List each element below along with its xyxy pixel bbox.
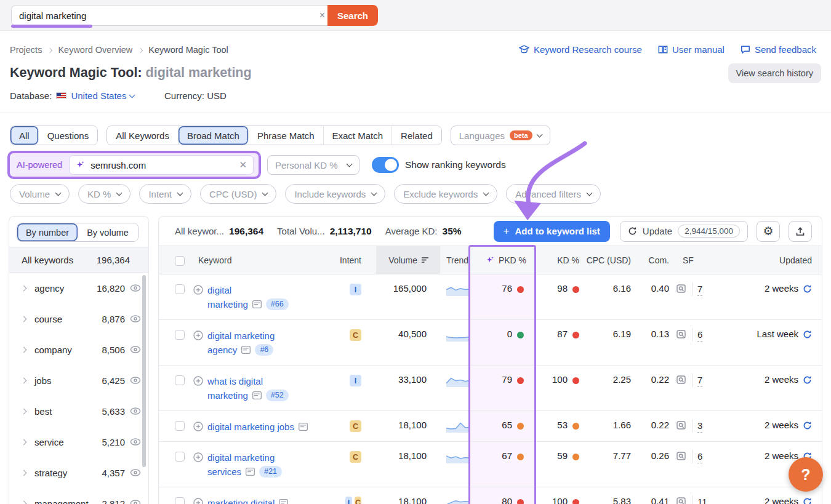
sidebar-group-management[interactable]: management 2,812 <box>9 488 148 504</box>
show-ranking-keywords-toggle[interactable] <box>372 157 399 173</box>
sidebar-group-course[interactable]: course 8,876 <box>9 303 148 334</box>
add-keyword-icon[interactable] <box>193 285 203 295</box>
tab-all[interactable]: All <box>10 126 39 145</box>
serp-features-count[interactable]: 7 <box>697 374 702 387</box>
sidebar-group-jobs[interactable]: jobs 6,425 <box>9 365 148 396</box>
row-checkbox[interactable] <box>175 452 185 462</box>
sidebar-group-service[interactable]: service 5,210 <box>9 426 148 457</box>
col-kd[interactable]: KD % <box>536 246 579 274</box>
sidebar-group-agency[interactable]: agency 16,820 <box>9 273 148 303</box>
tab-all-keywords[interactable]: All Keywords <box>107 126 179 145</box>
eye-icon[interactable] <box>130 346 141 353</box>
keyword-link[interactable]: digital marketing <box>207 329 275 343</box>
tab-phrase-match[interactable]: Phrase Match <box>249 126 324 145</box>
add-keyword-icon[interactable] <box>193 330 203 340</box>
serp-preview-icon[interactable] <box>252 300 262 308</box>
tab-by-number[interactable]: By number <box>17 223 78 241</box>
add-keyword-icon[interactable] <box>193 422 203 431</box>
domain-input[interactable]: semrush.com ✕ <box>69 155 254 175</box>
serp-preview-icon[interactable] <box>246 468 255 476</box>
filter-cpc-usd-[interactable]: CPC (USD) <box>200 184 277 204</box>
eye-icon[interactable] <box>130 438 141 446</box>
serp-features-count[interactable]: 7 <box>697 283 702 296</box>
tab-broad-match[interactable]: Broad Match <box>179 126 249 145</box>
refresh-icon[interactable] <box>803 421 812 430</box>
keyword-research-course-link[interactable]: Keyword Research course <box>519 44 642 55</box>
help-button[interactable]: ? <box>789 457 823 492</box>
filter-include-keywords[interactable]: Include keywords <box>285 184 385 204</box>
serp-features-icon[interactable] <box>676 497 687 504</box>
serp-features-count[interactable]: 6 <box>697 329 702 342</box>
languages-dropdown[interactable]: Languages beta <box>451 126 550 145</box>
filter-volume[interactable]: Volume <box>10 184 70 204</box>
serp-features-count[interactable]: 6 <box>697 450 702 463</box>
keyword-link[interactable]: marketing <box>207 297 248 311</box>
tab-questions[interactable]: Questions <box>39 126 98 145</box>
serp-features-icon[interactable] <box>676 452 687 462</box>
keyword-link[interactable]: marketing <box>207 388 248 402</box>
col-keyword[interactable]: Keyword <box>193 246 345 274</box>
eye-icon[interactable] <box>130 500 141 504</box>
personal-kd-dropdown[interactable]: Personal KD % <box>267 155 359 175</box>
breadcrumb-item[interactable]: Projects <box>10 45 42 55</box>
all-keywords-row[interactable]: All keywords 196,364 <box>9 247 148 273</box>
select-all-checkbox[interactable] <box>175 256 185 266</box>
add-to-keyword-list-button[interactable]: + Add to keyword list <box>494 221 610 242</box>
col-com[interactable]: Com. <box>631 246 669 274</box>
add-keyword-icon[interactable] <box>193 452 203 462</box>
database-dropdown[interactable]: United States <box>71 90 134 101</box>
col-volume[interactable]: Volume <box>376 246 440 274</box>
keyword-link[interactable]: what is digital <box>207 374 263 388</box>
eye-icon[interactable] <box>130 284 141 292</box>
row-checkbox[interactable] <box>175 421 185 431</box>
keyword-link[interactable]: digital marketing <box>207 450 275 465</box>
add-keyword-icon[interactable] <box>193 498 203 504</box>
eye-icon[interactable] <box>130 377 141 384</box>
search-button[interactable]: Search <box>327 5 378 26</box>
col-updated[interactable]: Updated <box>709 246 822 274</box>
tab-by-volume[interactable]: By volume <box>78 223 138 241</box>
serp-features-count[interactable]: 3 <box>697 420 702 433</box>
filter-advanced-filters[interactable]: Advanced filters <box>506 184 601 204</box>
filter-exclude-keywords[interactable]: Exclude keywords <box>394 184 497 204</box>
tab-exact-match[interactable]: Exact Match <box>324 126 393 145</box>
export-button[interactable] <box>789 221 812 242</box>
refresh-icon[interactable] <box>803 497 812 504</box>
row-checkbox[interactable] <box>175 330 185 340</box>
clear-search-icon[interactable]: × <box>319 10 325 21</box>
refresh-icon[interactable] <box>803 375 812 385</box>
col-trend[interactable]: Trend <box>440 246 468 274</box>
sidebar-group-best[interactable]: best 5,633 <box>9 396 148 426</box>
breadcrumb-item[interactable]: Keyword Overview <box>58 45 132 55</box>
add-keyword-icon[interactable] <box>193 376 203 386</box>
sidebar-group-company[interactable]: company 8,506 <box>9 334 148 365</box>
serp-features-icon[interactable] <box>676 330 687 340</box>
eye-icon[interactable] <box>130 315 141 322</box>
filter-intent[interactable]: Intent <box>139 184 191 204</box>
update-button[interactable]: Update 2,944/15,000 <box>620 221 748 242</box>
tab-related[interactable]: Related <box>392 126 441 145</box>
keyword-link[interactable]: agency <box>207 343 237 357</box>
refresh-icon[interactable] <box>803 284 812 294</box>
row-checkbox[interactable] <box>175 375 185 385</box>
serp-preview-icon[interactable] <box>241 346 251 354</box>
send-feedback-link[interactable]: Send feedback <box>741 44 816 55</box>
serp-features-icon[interactable] <box>676 284 687 294</box>
serp-preview-icon[interactable] <box>299 423 308 431</box>
keyword-link[interactable]: digital marketing jobs <box>207 420 294 434</box>
serp-features-count[interactable]: 11 <box>697 496 707 504</box>
clear-domain-icon[interactable]: ✕ <box>239 159 247 170</box>
search-input[interactable] <box>11 5 327 26</box>
col-pkd[interactable]: PKD % <box>468 246 536 274</box>
user-manual-link[interactable]: User manual <box>658 44 725 55</box>
col-cpc[interactable]: CPC (USD) <box>579 246 631 274</box>
row-checkbox[interactable] <box>175 284 185 294</box>
serp-features-icon[interactable] <box>676 421 687 431</box>
breadcrumb-item[interactable]: Keyword Magic Tool <box>148 45 228 55</box>
eye-icon[interactable] <box>130 469 141 476</box>
view-search-history-button[interactable]: View search history <box>728 63 821 83</box>
sidebar-group-strategy[interactable]: strategy 4,357 <box>9 457 148 488</box>
row-checkbox[interactable] <box>175 497 185 504</box>
keyword-link[interactable]: marketing digital <box>207 496 275 504</box>
filter-kd-[interactable]: KD % <box>78 184 130 204</box>
